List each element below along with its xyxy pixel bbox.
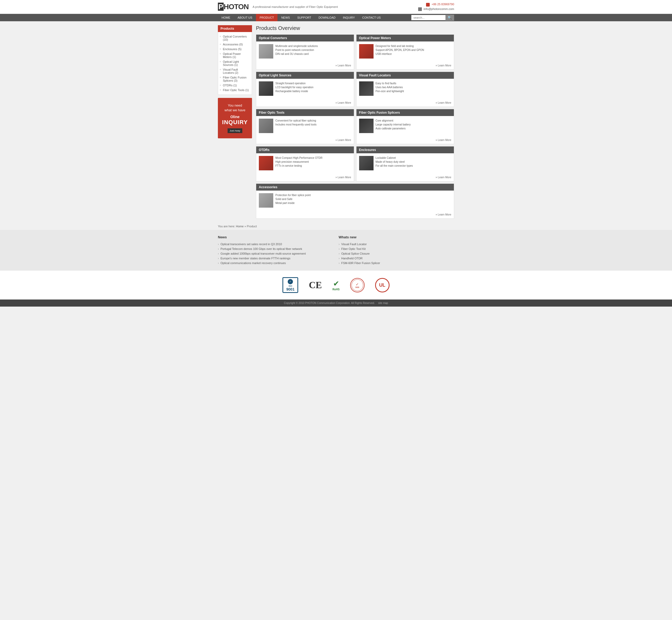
search-button[interactable]: 🔍	[446, 15, 454, 21]
enclosures-image	[359, 156, 373, 170]
tagline: A professional manufacturer and supplier…	[253, 5, 338, 8]
inquiry-label: INQUIRY	[221, 119, 249, 126]
list-item: Visual Fault Locator	[339, 242, 454, 247]
whats-new-link-4[interactable]: FSM-60R Fiber Fusion Splicer	[341, 261, 380, 265]
optical-converters-header: Optical Converters	[256, 35, 354, 42]
sgs-badge: ✓ SGS	[350, 278, 365, 293]
visual-fault-locators-header: Visual Fault Locators	[357, 72, 454, 79]
header: PHOTON A professional manufacturer and s…	[0, 0, 672, 14]
optical-converters-image	[259, 44, 273, 58]
list-item: Optical communications market recovery c…	[218, 261, 333, 265]
search-form: 🔍	[411, 15, 454, 21]
list-item: Handheld OTDR	[339, 256, 454, 261]
search-input[interactable]	[411, 15, 446, 20]
product-card-optical-light-sources: Optical Light Sources Straight forward o…	[256, 72, 354, 107]
optical-power-meters-desc: Designed for field and lab testing Suppo…	[376, 44, 452, 56]
sidebar-item-visual-fault-locators[interactable]: Visual Fault Locators (2)	[218, 67, 252, 75]
nav-home[interactable]: HOME	[218, 14, 234, 21]
list-item: Europe's new member states dominate FTTH…	[218, 256, 333, 261]
nav-product[interactable]: PRODUCT	[256, 14, 277, 21]
inquiry-button[interactable]: Just Away	[227, 128, 242, 133]
optical-light-sources-image	[259, 82, 273, 96]
rohs-badge: ✔ RoHS	[332, 279, 340, 291]
nav-contact-us[interactable]: CONTACT US	[359, 14, 384, 21]
visual-fault-locators-learn-more[interactable]: Learn More	[436, 101, 451, 104]
breadcrumb-home[interactable]: Home	[236, 225, 244, 228]
fiber-optic-fusion-splicers-desc: Core alignment Large capacity internal b…	[376, 119, 452, 131]
sidebar-item-otdrs[interactable]: OTDRs (1)	[218, 83, 252, 88]
sgs-check-icon: ✓	[356, 282, 359, 287]
breadcrumb-current: Product	[247, 225, 257, 228]
optical-converters-learn-more[interactable]: Learn More	[335, 64, 351, 67]
sidebar-item-optical-light-sources[interactable]: Optical Light Sources (1)	[218, 59, 252, 67]
sidebar-item-fiber-optic-tools[interactable]: Fiber Optic Tools (1)	[218, 88, 252, 92]
sidebar-item-enclosures[interactable]: Enclosures (5)	[218, 47, 252, 51]
sidebar-item-accessories[interactable]: Accessories (0)	[218, 42, 252, 47]
product-card-optical-power-meters: Optical Power Meters Designed for field …	[356, 34, 454, 69]
sidebar-item-fiber-optic-fusion-splicers[interactable]: Fiber Optic Fusion Splicers (3)	[218, 75, 252, 83]
optical-converters-desc: Multimode and singlemode solutions Point…	[275, 44, 351, 56]
list-item: Fiber Optic Tool Kit	[339, 247, 454, 251]
nav-news[interactable]: NEWS	[277, 14, 294, 21]
news-link-4[interactable]: Optical communications market recovery c…	[220, 261, 286, 265]
news-title: News	[218, 235, 333, 239]
accessories-learn-more[interactable]: Learn More	[436, 213, 451, 216]
nav-download[interactable]: DOWNLOAD	[315, 14, 339, 21]
product-card-optical-converters: Optical Converters Multimode and singlem…	[256, 34, 354, 69]
list-item: Portugal Telecom demos 100 Gbps over its…	[218, 247, 333, 251]
news-link-0[interactable]: Optical transceivers set sales record in…	[220, 243, 282, 246]
optical-power-meters-header: Optical Power Meters	[357, 35, 454, 42]
news-section: News Optical transceivers set sales reco…	[218, 235, 333, 265]
news-link-3[interactable]: Europe's new member states dominate FTTH…	[220, 257, 290, 260]
otdrs-learn-more[interactable]: Learn More	[335, 176, 351, 179]
news-link-1[interactable]: Portugal Telecom demos 100 Gbps over its…	[220, 247, 302, 250]
optical-power-meters-image	[359, 44, 373, 58]
fiber-optic-tools-desc: Convenient for optical fiber splicing In…	[275, 119, 351, 126]
whats-new-link-0[interactable]: Visual Fault Locator	[341, 243, 367, 246]
certifications: ✓ ISO 9001 CE ✔ RoHS ✓ SGS	[0, 271, 672, 300]
email-address: info@photoncomm.com	[418, 7, 454, 11]
whats-new-list: Visual Fault Locator Fiber Optic Tool Ki…	[339, 242, 454, 265]
product-card-otdrs: OTDRs Most Compact High-Performance OTDR…	[256, 146, 354, 182]
sidebar-list: Optical Converters (10) Accessories (0) …	[218, 32, 252, 95]
fiber-optic-fusion-splicers-learn-more[interactable]: Learn More	[436, 139, 451, 142]
otdrs-image	[259, 156, 273, 170]
products-content: Products Overview Optical Converters Mul…	[256, 25, 454, 219]
otdrs-desc: Most Compact High-Performance OTDR High …	[275, 156, 351, 168]
whats-new-link-1[interactable]: Fiber Optic Tool Kit	[341, 247, 366, 250]
footer-news: News Optical transceivers set sales reco…	[0, 230, 672, 271]
sitemap-link[interactable]: site map	[378, 302, 388, 305]
sidebar: Products Optical Converters (10) Accesso…	[218, 25, 252, 219]
email-icon	[418, 7, 422, 11]
logo: PHOTON A professional manufacturer and s…	[218, 3, 338, 11]
whats-new-link-3[interactable]: Handheld OTDR	[341, 257, 363, 260]
nav-about-us[interactable]: ABOUT US	[234, 14, 256, 21]
visual-fault-locators-desc: Easy to find faults Uses two AAA batteri…	[376, 82, 452, 93]
ul-badge: UL	[375, 278, 390, 293]
fiber-optic-fusion-splicers-header: Fiber Optic Fusion Splicers	[357, 109, 454, 116]
whats-new-link-2[interactable]: Optical Splice Closure	[341, 252, 370, 255]
fiber-optic-tools-image	[259, 119, 273, 133]
product-card-accessories: Accessories Protection for fiber splice …	[256, 184, 454, 219]
accessories-header: Accessories	[256, 184, 454, 191]
optical-power-meters-learn-more[interactable]: Learn More	[436, 64, 451, 67]
product-card-enclosures: Enclosures Lockable Cabinet Made of heav…	[356, 146, 454, 182]
iso-badge: ✓ ISO 9001	[282, 277, 298, 293]
footer-bottom: Copyright © 2010 PHOTON Communication Co…	[0, 300, 672, 307]
breadcrumb: You are here: Home » Product	[218, 225, 454, 228]
optical-light-sources-learn-more[interactable]: Learn More	[335, 101, 351, 104]
phone-icon	[426, 3, 430, 7]
product-card-fiber-optic-tools: Fiber Optic Tools Convenient for optical…	[256, 109, 354, 144]
enclosures-learn-more[interactable]: Learn More	[436, 176, 451, 179]
fiber-optic-tools-learn-more[interactable]: Learn More	[335, 139, 351, 142]
inquiry-box: You need what we have Oline INQUIRY Just…	[218, 98, 252, 138]
sidebar-item-optical-power-meters[interactable]: Optical Power Meters (1)	[218, 51, 252, 59]
inquiry-text: You need what we have	[221, 103, 249, 113]
nav-inquiry[interactable]: INQUIRY	[339, 14, 359, 21]
sidebar-item-optical-converters[interactable]: Optical Converters (10)	[218, 34, 252, 42]
news-list: Optical transceivers set sales record in…	[218, 242, 333, 265]
nav-support[interactable]: SUPPORT	[294, 14, 315, 21]
news-link-2[interactable]: Google added 1000bps optical transceiver…	[220, 252, 306, 255]
list-item: FSM-60R Fiber Fusion Splicer	[339, 261, 454, 265]
list-item: Google added 1000bps optical transceiver…	[218, 251, 333, 256]
